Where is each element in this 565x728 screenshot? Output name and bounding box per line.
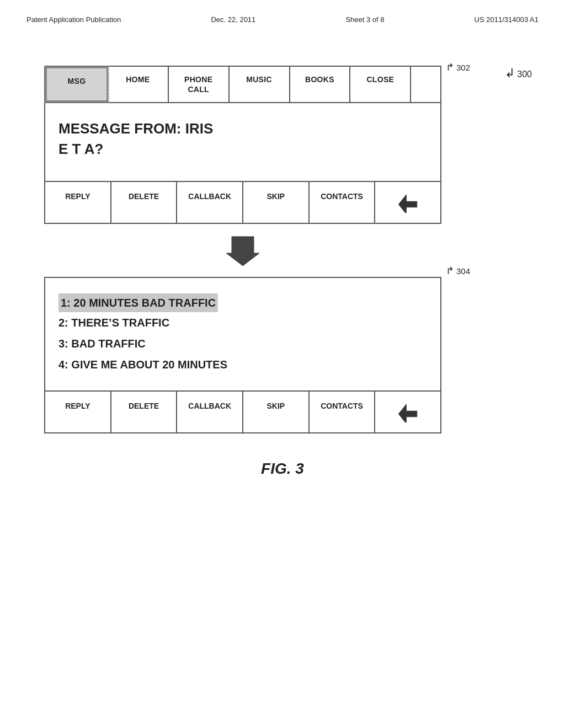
diagram-area: ↱ 302 MSG HOME PHONECALL MUSIC BOOKS CLO… bbox=[44, 66, 519, 433]
delete-button-304[interactable]: DELETE bbox=[111, 392, 178, 432]
action-bar-304: REPLY DELETE CALLBACK SKIP CONTACTS bbox=[45, 392, 440, 432]
suggestion-1[interactable]: 1: 20 MINUTES BAD TRAFFIC bbox=[58, 293, 218, 312]
toolbar-btn-books[interactable]: BOOKS bbox=[290, 67, 351, 102]
suggestion-4[interactable]: 4: GIVE ME ABOUT 20 MINUTES bbox=[58, 354, 427, 375]
skip-button[interactable]: SKIP bbox=[243, 182, 310, 223]
back-arrow-icon-304 bbox=[396, 402, 420, 422]
contacts-button-304[interactable]: CONTACTS bbox=[310, 392, 376, 432]
back-button[interactable] bbox=[375, 182, 440, 223]
fig-caption: FIG. 3 bbox=[0, 460, 565, 478]
delete-button[interactable]: DELETE bbox=[111, 182, 178, 223]
toolbar: MSG HOME PHONECALL MUSIC BOOKS CLOSE bbox=[45, 67, 440, 103]
suggestion-3[interactable]: 3: BAD TRAFFIC bbox=[58, 333, 427, 354]
toolbar-spacer bbox=[411, 67, 440, 102]
ref-304-container: ↱ 304 1: 20 MINUTES BAD TRAFFIC 2: THERE… bbox=[44, 277, 441, 433]
message-area: MESSAGE FROM: IRIS E T A? bbox=[45, 103, 440, 182]
suggestion-2[interactable]: 2: THERE’S TRAFFIC bbox=[58, 312, 427, 333]
svg-marker-1 bbox=[226, 237, 259, 266]
ref-302-label: ↱ 302 bbox=[446, 61, 470, 73]
down-arrow-icon bbox=[226, 234, 259, 267]
toolbar-btn-home[interactable]: HOME bbox=[108, 67, 169, 102]
patent-sheet: Sheet 3 of 8 bbox=[345, 15, 384, 24]
suggestions-area: 1: 20 MINUTES BAD TRAFFIC 2: THERE’S TRA… bbox=[45, 278, 440, 392]
contacts-button[interactable]: CONTACTS bbox=[310, 182, 376, 223]
reply-button-304[interactable]: REPLY bbox=[45, 392, 111, 432]
patent-date: Dec. 22, 2011 bbox=[211, 15, 255, 24]
patent-number: US 2011/314003 A1 bbox=[475, 15, 539, 24]
toolbar-btn-close[interactable]: CLOSE bbox=[350, 67, 411, 102]
patent-header: Patent Application Publication Dec. 22, … bbox=[0, 0, 565, 33]
ui-box-302: MSG HOME PHONECALL MUSIC BOOKS CLOSE MES… bbox=[44, 66, 441, 224]
toolbar-btn-music[interactable]: MUSIC bbox=[230, 67, 290, 102]
reply-button[interactable]: REPLY bbox=[45, 182, 111, 223]
action-bar-302: REPLY DELETE CALLBACK SKIP CONTACTS bbox=[45, 182, 440, 223]
message-text: MESSAGE FROM: IRIS E T A? bbox=[58, 119, 427, 159]
skip-button-304[interactable]: SKIP bbox=[243, 392, 310, 432]
ref-302-container: ↱ 302 MSG HOME PHONECALL MUSIC BOOKS CLO… bbox=[44, 66, 441, 224]
callback-button-304[interactable]: CALLBACK bbox=[177, 392, 243, 432]
back-button-304[interactable] bbox=[375, 392, 440, 432]
toolbar-btn-msg[interactable]: MSG bbox=[45, 67, 108, 102]
svg-marker-0 bbox=[398, 195, 417, 213]
ui-box-304: 1: 20 MINUTES BAD TRAFFIC 2: THERE’S TRA… bbox=[44, 277, 441, 433]
down-arrow-container bbox=[44, 234, 441, 267]
ref-304-label: ↱ 304 bbox=[446, 265, 470, 277]
callback-button[interactable]: CALLBACK bbox=[177, 182, 243, 223]
svg-marker-2 bbox=[398, 404, 417, 422]
back-arrow-icon bbox=[396, 192, 420, 213]
patent-left-header: Patent Application Publication bbox=[26, 15, 121, 24]
toolbar-btn-phone-call[interactable]: PHONECALL bbox=[169, 67, 230, 102]
